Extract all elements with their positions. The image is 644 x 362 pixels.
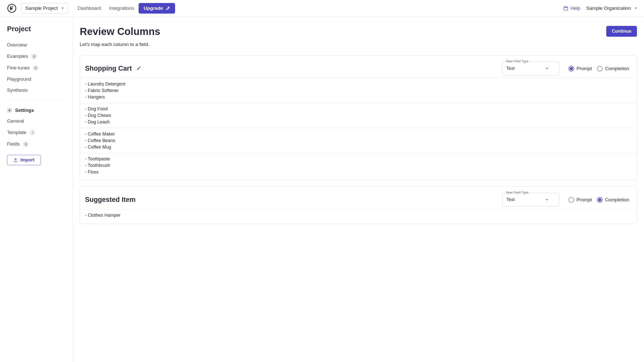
sample-row: - Clothes Hamper bbox=[80, 209, 637, 221]
sidebar-item-overview[interactable]: Overview bbox=[7, 39, 65, 51]
logo[interactable] bbox=[7, 4, 17, 13]
continue-button[interactable]: Continue bbox=[606, 26, 637, 37]
sidebar-item-label: Fields bbox=[7, 141, 20, 147]
project-select-label: Sample Project bbox=[25, 6, 58, 11]
project-select[interactable]: Sample Project bbox=[21, 3, 68, 14]
upgrade-button[interactable]: Upgrade bbox=[139, 3, 175, 14]
page-title: Review Columns bbox=[80, 26, 160, 37]
topbar-right: Help Sample Organization bbox=[563, 6, 637, 11]
sidebar-item-synthesis[interactable]: Synthesis bbox=[7, 85, 65, 96]
radio-completion[interactable] bbox=[597, 197, 602, 203]
help-link[interactable]: Help bbox=[563, 6, 580, 11]
radio-completion-label: Completion bbox=[605, 197, 629, 203]
sidebar-item-finetunes[interactable]: Fine-tunes 0 bbox=[7, 62, 65, 74]
settings-heading: Settings bbox=[7, 105, 65, 116]
pencil-icon[interactable] bbox=[136, 66, 141, 72]
count-badge: 0 bbox=[31, 53, 37, 59]
gear-icon bbox=[7, 108, 12, 113]
sidebar-item-label: Synthesis bbox=[7, 87, 28, 93]
chevron-down-icon bbox=[546, 68, 548, 69]
main-content: Review Columns Continue Let's map each c… bbox=[73, 17, 644, 362]
radio-group: Prompt Completion bbox=[569, 197, 632, 203]
count-badge: 0 bbox=[33, 65, 39, 71]
column-name: Shopping Cart bbox=[85, 65, 132, 72]
sidebar-item-label: General bbox=[7, 118, 24, 124]
chevron-down-icon bbox=[61, 8, 64, 9]
column-card: Suggested Item New Field Type Text Promp… bbox=[80, 187, 637, 224]
sidebar: Project Overview Examples 0 Fine-tunes 0… bbox=[0, 17, 73, 362]
page-subtitle: Let's map each column to a field. bbox=[80, 42, 637, 47]
rocket-icon bbox=[166, 6, 170, 11]
field-type-label: New Field Type bbox=[505, 191, 530, 194]
sidebar-item-playground[interactable]: Playground bbox=[7, 74, 65, 85]
sidebar-item-label: Overview bbox=[7, 42, 27, 48]
radio-completion[interactable] bbox=[597, 66, 602, 71]
field-type-value: Text bbox=[506, 66, 515, 71]
org-label: Sample Organization bbox=[586, 6, 631, 11]
alert-badge: ! bbox=[29, 129, 35, 135]
sidebar-item-fields[interactable]: Fields 0 bbox=[7, 138, 65, 150]
nav-integrations[interactable]: Integrations bbox=[109, 6, 134, 11]
field-type-select[interactable]: New Field Type Text bbox=[502, 193, 559, 207]
column-name: Suggested Item bbox=[85, 196, 136, 204]
field-type-label: New Field Type bbox=[505, 59, 530, 63]
sample-row: - Coffee Maker - Coffee Beans - Coffee M… bbox=[80, 128, 637, 153]
sidebar-item-label: Fine-tunes bbox=[7, 65, 30, 71]
calendar-icon bbox=[563, 6, 568, 11]
chevron-down-icon bbox=[634, 8, 637, 9]
radio-prompt-label: Prompt bbox=[577, 197, 592, 203]
settings-heading-label: Settings bbox=[15, 108, 34, 113]
svg-point-1 bbox=[168, 8, 169, 8]
sidebar-item-general[interactable]: General bbox=[7, 116, 65, 127]
field-type-select[interactable]: New Field Type Text bbox=[502, 62, 559, 75]
column-card: Shopping Cart New Field Type Text Prompt… bbox=[80, 55, 637, 180]
nav-links: Dashboard Integrations bbox=[78, 6, 134, 11]
field-type-value: Text bbox=[506, 197, 515, 202]
sample-row: - Laundry Detergent - Fabric Softener - … bbox=[80, 78, 637, 103]
org-select[interactable]: Sample Organization bbox=[586, 6, 637, 11]
sidebar-item-label: Examples bbox=[7, 54, 28, 59]
radio-prompt[interactable] bbox=[569, 197, 574, 203]
chevron-down-icon bbox=[546, 199, 548, 201]
sample-row: - Dog Food - Dog Chews - Dog Leash bbox=[80, 103, 637, 128]
svg-rect-2 bbox=[564, 7, 568, 10]
sidebar-item-examples[interactable]: Examples 0 bbox=[7, 51, 65, 62]
topbar: Sample Project Dashboard Integrations Up… bbox=[0, 0, 644, 17]
help-label: Help bbox=[570, 6, 580, 11]
upgrade-label: Upgrade bbox=[144, 6, 163, 11]
import-button[interactable]: Import bbox=[7, 155, 41, 165]
sidebar-item-label: Template bbox=[7, 130, 26, 135]
radio-prompt-label: Prompt bbox=[577, 66, 592, 71]
upload-icon bbox=[13, 158, 18, 162]
sidebar-heading: Project bbox=[7, 25, 65, 33]
nav-dashboard[interactable]: Dashboard bbox=[78, 6, 101, 11]
radio-group: Prompt Completion bbox=[569, 66, 632, 71]
sidebar-item-label: Playground bbox=[7, 76, 31, 82]
radio-prompt[interactable] bbox=[569, 66, 574, 71]
divider bbox=[7, 100, 65, 101]
count-badge: 0 bbox=[23, 141, 29, 147]
radio-completion-label: Completion bbox=[605, 66, 629, 71]
import-label: Import bbox=[20, 157, 34, 163]
sidebar-item-template[interactable]: Template ! bbox=[7, 127, 65, 138]
svg-point-3 bbox=[9, 110, 10, 111]
sample-row: - Toothpaste - Toothbrush - Floss bbox=[80, 153, 637, 178]
